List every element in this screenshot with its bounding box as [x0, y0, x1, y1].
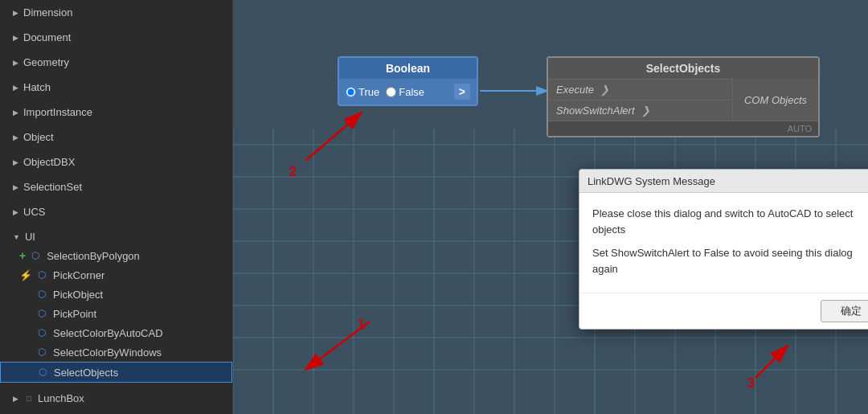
- plus-icon: +: [19, 249, 26, 262]
- sidebar-item-label: PickCorner: [53, 269, 104, 281]
- sidebar-item-lunchbox[interactable]: □ LunchBox: [0, 389, 232, 408]
- sidebar-item-selectobjects[interactable]: ⬡ SelectObjects: [0, 362, 232, 383]
- sidebar-section-object: Object: [0, 125, 232, 150]
- sidebar-item-label: Object: [23, 131, 54, 143]
- sidebar-section-selectionset: SelectionSet: [0, 174, 232, 199]
- sidebar-item-importinstance[interactable]: ImportInstance: [0, 103, 232, 121]
- radio-group: True False: [346, 86, 424, 98]
- boolean-node: Boolean True False >: [338, 56, 478, 106]
- pickpoint-icon: ⬡: [35, 307, 48, 320]
- boolean-output-port[interactable]: >: [454, 84, 470, 100]
- true-radio-label[interactable]: True: [346, 86, 379, 98]
- sidebar-section-dimension: Dimension: [0, 0, 232, 25]
- sidebar-section-lunchbox: □ LunchBox: [0, 386, 232, 411]
- sidebar-item-label: SelectionByPolygon: [47, 250, 140, 262]
- dialog-title: LinkDWG System Message: [588, 175, 715, 187]
- sidebar-item-hatch[interactable]: Hatch: [0, 78, 232, 96]
- sidebar-item-geometry[interactable]: Geometry: [0, 53, 232, 72]
- sidebar-section-hatch: Hatch: [0, 75, 232, 100]
- so-footer-auto: AUTO: [548, 121, 818, 136]
- execute-arrow: ❯: [600, 84, 609, 96]
- select-objects-title: SelectObjects: [548, 58, 818, 79]
- sidebar-item-selectionset[interactable]: SelectionSet: [0, 178, 232, 196]
- dialog-line2: Set ShowSwitchAlert to False to avoid se…: [592, 245, 868, 277]
- selectcolorbywindows-icon: ⬡: [35, 346, 48, 359]
- sidebar-item-label: Document: [23, 31, 71, 43]
- lunchbox-icon: □: [23, 393, 35, 404]
- dialog-ok-button[interactable]: 确定: [821, 300, 868, 322]
- sidebar-item-label: ImportInstance: [23, 106, 92, 118]
- sidebar-item-pickcorner[interactable]: ⚡ ⬡ PickCorner: [0, 265, 232, 285]
- dialog-line1: Please close this dialog and switch to A…: [592, 206, 868, 237]
- pickcorner-icon: ⬡: [35, 268, 48, 281]
- showswitchalert-label: ShowSwitchAlert: [556, 105, 635, 117]
- sidebar-item-label: PickObject: [53, 289, 103, 301]
- sidebar-item-dimension[interactable]: Dimension: [0, 3, 232, 22]
- execute-row: Execute ❯: [548, 79, 732, 100]
- selectionbypolygon-icon: ⬡: [29, 249, 42, 262]
- pickobject-icon: ⬡: [35, 288, 48, 301]
- sidebar-item-pickobject[interactable]: ⬡ PickObject: [0, 285, 232, 304]
- sidebar-item-selectcolorbywindows[interactable]: ⬡ SelectColorByWindows: [0, 342, 232, 362]
- sidebar-item-label: UI: [25, 231, 35, 243]
- sidebar-item-label: Hatch: [23, 81, 51, 93]
- sidebar-item-pickpoint[interactable]: ⬡ PickPoint: [0, 304, 232, 323]
- sidebar-section-ucs: UCS: [0, 199, 232, 224]
- sidebar-item-label: Dimension: [23, 6, 72, 18]
- sidebar-item-object[interactable]: Object: [0, 128, 232, 146]
- sidebar-item-label: UCS: [23, 206, 45, 218]
- sidebar-item-ucs[interactable]: UCS: [0, 203, 232, 221]
- sidebar-section-objectdbx: ObjectDBX: [0, 150, 232, 174]
- sidebar: Dimension Document Geometry Hatch Import…: [0, 0, 233, 414]
- sidebar-item-label: ObjectDBX: [23, 156, 75, 168]
- execute-label: Execute: [556, 84, 594, 96]
- sidebar-section-geometry: Geometry: [0, 50, 232, 75]
- sidebar-item-ui[interactable]: UI: [0, 227, 232, 246]
- sidebar-item-label: PickPoint: [53, 308, 96, 320]
- dialog-footer: 确定: [579, 293, 868, 329]
- sidebar-section-importinstance: ImportInstance: [0, 100, 232, 125]
- sidebar-item-label: SelectColorByAutoCAD: [53, 327, 163, 339]
- sidebar-item-objectdbx[interactable]: ObjectDBX: [0, 153, 232, 171]
- com-objects-label: COM Objects: [744, 94, 807, 106]
- boolean-node-title: Boolean: [339, 58, 477, 79]
- sidebar-section-ui: UI + ⬡ SelectionByPolygon ⚡ ⬡ PickCorner…: [0, 224, 232, 386]
- sidebar-item-document[interactable]: Document: [0, 28, 232, 47]
- sidebar-item-selectcolorbyautocad[interactable]: ⬡ SelectColorByAutoCAD: [0, 323, 232, 342]
- true-radio[interactable]: [346, 87, 356, 97]
- dialog-title-bar: LinkDWG System Message ✕: [579, 170, 868, 193]
- sidebar-item-label: SelectColorByWindows: [53, 346, 162, 359]
- sidebar-item-label: SelectionSet: [23, 181, 82, 193]
- sidebar-item-selectionbypolygon[interactable]: + ⬡ SelectionByPolygon: [0, 246, 232, 265]
- sidebar-section-document: Document: [0, 25, 232, 50]
- selectobjects-sidebar-icon: ⬡: [36, 366, 49, 379]
- showswitchalert-row: ShowSwitchAlert ❯: [548, 100, 732, 121]
- false-radio[interactable]: [386, 87, 396, 97]
- bolt-icon: ⚡: [19, 269, 32, 281]
- system-message-dialog: LinkDWG System Message ✕ Please close th…: [579, 169, 868, 330]
- com-objects-col: COM Objects: [732, 79, 818, 121]
- sidebar-item-label: LunchBox: [38, 392, 84, 404]
- selectcolorbyautocad-icon: ⬡: [35, 326, 48, 339]
- main-canvas: Boolean True False > SelectObjects Execu…: [233, 0, 868, 414]
- sidebar-item-label: Geometry: [23, 56, 69, 68]
- showswitchalert-arrow: ❯: [641, 105, 650, 117]
- dialog-body: Please close this dialog and switch to A…: [579, 193, 868, 293]
- select-objects-node: SelectObjects Execute ❯ ShowSwitchAlert …: [547, 56, 820, 137]
- sidebar-item-label: SelectObjects: [54, 367, 118, 379]
- false-radio-label[interactable]: False: [386, 86, 424, 98]
